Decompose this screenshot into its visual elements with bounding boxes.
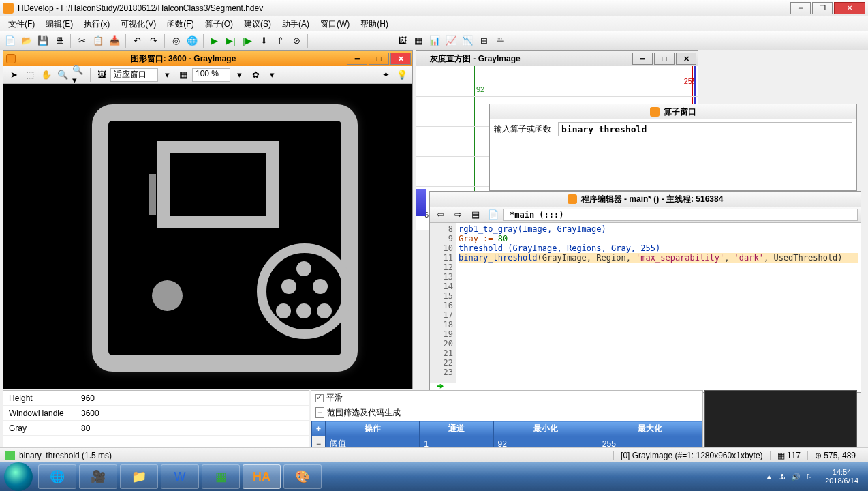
code-area: 8910 111213 141516 171819 202122 23 rgb1… [430,223,861,383]
code-text[interactable]: rgb1_to_gray(Image, GrayImage)Gray := 80… [456,223,861,383]
task-media-icon[interactable]: 🎥 [79,464,117,489]
stop-icon[interactable]: ⊘ [289,33,304,48]
window-close[interactable]: ✕ [834,2,865,14]
window-graphics-icon[interactable]: 🖼 [394,33,409,48]
nav-fwd-icon[interactable]: ⇨ [450,207,465,222]
copy-icon[interactable]: 📋 [91,33,106,48]
add-row-button[interactable]: + [312,421,326,436]
status-icon [5,451,15,460]
print-icon[interactable]: 🖶 [52,33,67,48]
editor-title-bar[interactable]: 程序编辑器 - main* () - 主线程: 516384 [430,192,861,207]
dropdown-icon[interactable]: ▾ [159,68,174,83]
task-excel-icon[interactable]: ▦ [202,464,240,489]
window-minimize[interactable]: ━ [790,2,811,14]
chart5-icon[interactable]: ⊞ [476,33,491,48]
exec-arrow-icon: ➔ [437,381,444,391]
step-over-icon[interactable]: |▶ [240,33,255,48]
var-row[interactable]: Height960 [3,391,309,406]
hw-maximize[interactable]: □ [654,53,675,65]
halcon-icon [568,194,577,204]
var-row[interactable]: Gray80 [3,421,309,436]
open-icon[interactable]: 📂 [19,33,34,48]
smooth-checkbox[interactable] [315,394,324,402]
menu-operator[interactable]: 算子(O) [200,16,238,31]
main-toolbar: 📄 📂 💾 🖶 ✂ 📋 📥 ↶ ↷ ◎ 🌐 ▶ ▶| |▶ ⇓ ⇑ ⊘ 🖼 ▦ … [0,31,868,50]
zoom-dd-icon[interactable]: 🔍▾ [72,68,87,83]
menu-func[interactable]: 函数(F) [161,16,199,31]
nav-back-icon[interactable]: ⇦ [433,207,448,222]
gw-minimize[interactable]: ━ [347,53,367,65]
status-op: binary_threshold (1.5 ms) [19,451,613,460]
redo-icon[interactable]: ↷ [146,33,161,48]
gw-maximize[interactable]: □ [369,53,389,65]
image-icon[interactable]: 🖼 [94,68,109,83]
hw-minimize[interactable]: ━ [632,53,653,65]
menu-assistant[interactable]: 助手(A) [277,16,315,31]
chart3-icon[interactable]: 📈 [444,33,459,48]
task-hdevelop-icon[interactable]: HA [243,464,281,489]
paste-icon[interactable]: 📥 [107,33,122,48]
system-tray[interactable]: ▲ 🖧 🔊 ⚐ 14:54 2018/6/14 [765,468,868,486]
menu-visual[interactable]: 可视化(V) [115,16,161,31]
task-paint-icon[interactable]: 🎨 [283,464,322,489]
menu-edit[interactable]: 编辑(E) [40,16,78,31]
zoom-select[interactable]: 100 % [192,68,230,82]
step-icon[interactable]: ▶| [223,33,238,48]
graphics-title: 图形窗口: 3600 - GrayImage [20,53,347,65]
task-ie-icon[interactable]: 🌐 [38,464,76,489]
chart4-icon[interactable]: 📉 [460,33,475,48]
chart2-icon[interactable]: 📊 [427,33,442,48]
step-into-icon[interactable]: ⇓ [256,33,271,48]
new-icon[interactable]: 📄 [3,33,18,48]
step-out-icon[interactable]: ⇑ [273,33,288,48]
graphics-title-bar[interactable]: 图形窗口: 3600 - GrayImage ━ □ ✕ [3,51,412,66]
separator [70,34,71,48]
editor-toolbar: ⇦ ⇨ ▤ 📄 *main (:::) [430,207,861,223]
save-icon[interactable]: 💾 [35,33,50,48]
menu-help[interactable]: 帮助(H) [355,16,394,31]
start-button[interactable] [4,462,33,491]
nav-list-icon[interactable]: ▤ [468,207,483,222]
window-maximize[interactable]: ❐ [812,2,833,14]
operator-title-bar[interactable]: 算子窗口 [490,104,856,119]
preview-pane [704,390,857,454]
dropdown-icon[interactable]: ▾ [232,68,247,83]
dropdown-icon[interactable]: ▾ [264,68,279,83]
var-row[interactable]: WindowHandle3600 [3,406,309,421]
menu-file[interactable]: 文件(F) [3,16,40,31]
menu-suggest[interactable]: 建议(S) [238,16,277,31]
task-wps-icon[interactable]: W [161,464,199,489]
spark-icon[interactable]: ✦ [378,68,393,83]
graphics-canvas[interactable] [3,84,412,389]
thumb-icon[interactable]: ▦ [176,68,191,83]
zoom-icon[interactable]: 🔍 [55,68,70,83]
target-icon[interactable]: ◎ [168,33,183,48]
separator [164,34,165,48]
globe-icon[interactable]: 🌐 [185,33,200,48]
move-icon[interactable]: ⬚ [22,68,37,83]
collapse-icon[interactable]: − [315,407,324,418]
task-explorer-icon[interactable]: 📁 [120,464,158,489]
col-ch: 通道 [420,421,493,436]
operator-input-label: 输入算子或函数 [494,123,558,135]
undo-icon[interactable]: ↶ [129,33,144,48]
clock[interactable]: 14:54 2018/6/14 [818,468,865,486]
pointer-icon[interactable]: ➤ [6,68,21,83]
chart6-icon[interactable]: ⩸ [493,33,508,48]
hand-icon[interactable]: ✋ [39,68,54,83]
graphics-window: 图形窗口: 3600 - GrayImage ━ □ ✕ ➤ ⬚ ✋ 🔍 🔍▾ … [3,50,413,389]
paint-icon[interactable]: ✿ [248,68,263,83]
cut-icon[interactable]: ✂ [74,33,89,48]
file-icon[interactable]: 📄 [486,207,501,222]
run-icon[interactable]: ▶ [207,33,222,48]
gw-close[interactable]: ✕ [390,53,411,65]
menu-window[interactable]: 窗口(W) [315,16,355,31]
hw-close[interactable]: ✕ [676,53,696,65]
chart1-icon[interactable]: ▦ [411,33,426,48]
editor-path[interactable]: *main (:::) [503,209,858,221]
bulb-icon[interactable]: 💡 [394,68,409,83]
menu-exec[interactable]: 执行(x) [78,16,115,31]
operator-input[interactable] [558,122,852,136]
fit-select[interactable]: 适应窗口 [110,68,158,82]
histogram-title-bar[interactable]: 灰度直方图 - GrayImage ━ □ ✕ [416,51,698,66]
